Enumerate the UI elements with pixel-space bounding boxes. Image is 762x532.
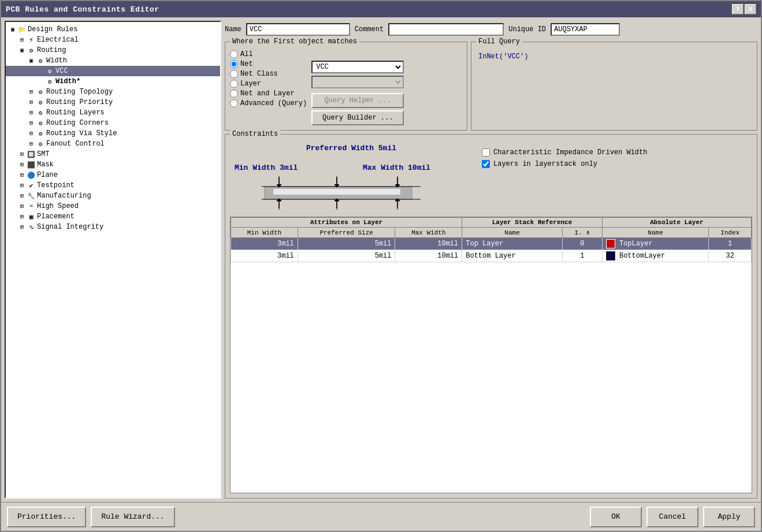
layers-icon: ⚙ [36,108,45,117]
table-row[interactable]: 3mil 5mil 10mil Top Layer 0 TopLayer 1 [231,238,752,250]
expander-icon: ⊞ [17,212,27,221]
tree-label: Routing Corners [46,119,109,127]
constraints-group: Constraints Preferred Width 5mil Min Wid… [225,134,757,498]
col-minwidth: Min Width [231,228,298,238]
expander-icon: ⊞ [17,191,27,200]
cell-minwidth: 3mil [231,238,298,250]
ok-button[interactable]: OK [590,507,642,527]
expander-icon: ⊞ [17,170,27,180]
tree-item-placement[interactable]: ⊞ ▦ Placement [6,211,220,222]
min-width-label: Min Width 3mil [235,163,298,172]
uniqueid-input[interactable] [551,23,620,36]
tree-item-width[interactable]: ▣ ⚙ Width [6,55,220,66]
testpoint-icon: ✔ [27,181,36,190]
expander-icon: ⊞ [27,98,36,107]
expander-icon: ⊞ [17,150,27,159]
tree-item-routing-layers[interactable]: ⊞ ⚙ Routing Layers [6,107,220,118]
query-helper-button[interactable]: Query Helper ... [311,93,404,108]
diagram-container: Preferred Width 5mil Min Width 3mil Max … [230,143,473,212]
tree-item-width-star[interactable]: ⚙ Width* [6,76,220,87]
expander-icon: ⊞ [17,160,27,169]
tree-item-routing[interactable]: ▣ ⚙ Routing [6,45,220,55]
cell-abs-name: BottomLayer [602,250,709,262]
radio-column: All Net Net Class [230,50,307,109]
fanout-icon: ⚙ [36,139,45,148]
radio-advanced[interactable] [230,99,238,107]
radio-layer[interactable] [230,80,238,88]
cell-abs-index: 1 [709,238,752,250]
tree-panel: ▣ 📁 Design Rules ⊞ ⚡ Electrical ▣ ⚙ Rout… [5,21,221,498]
cell-prefsize: 5mil [298,238,395,250]
title-bar-buttons: ? X [732,4,756,14]
comment-label: Comment [355,25,384,34]
vcc-icon: ⚙ [45,66,54,76]
priorities-button[interactable]: Priorities... [7,507,86,527]
smt-icon: 🔲 [27,150,36,159]
col-prefsize: Preferred Size [298,228,395,238]
folder-icon: 📁 [17,25,27,34]
name-input[interactable] [246,23,350,36]
rule-wizard-button[interactable]: Rule Wizard... [91,507,174,527]
tree-item-electrical[interactable]: ⊞ ⚡ Electrical [6,35,220,45]
tree-item-routing-corners[interactable]: ⊞ ⚙ Routing Corners [6,118,220,128]
netclass-dropdown[interactable] [311,76,404,88]
tree-label: Testpoint [37,181,75,189]
radio-row-advanced: Advanced (Query) [230,99,307,107]
full-query-title: Full Query [476,38,522,46]
placement-icon: ▦ [27,212,36,221]
radio-advanced-label: Advanced (Query) [240,99,307,107]
radio-all-label: All [240,50,253,58]
apply-button[interactable]: Apply [703,507,755,527]
table-row[interactable]: 3mil 5mil 10mil Bottom Layer 1 BottomLay… [231,250,752,262]
tree-item-signal-integrity[interactable]: ⊞ ∿ Signal Integrity [6,222,220,232]
tree-item-routing-topology[interactable]: ⊞ ⚙ Routing Topology [6,87,220,97]
expander-icon: ⊞ [17,202,27,211]
cell-maxwidth: 10mil [395,238,462,250]
tree-item-manufacturing[interactable]: ⊞ 🔧 Manufacturing [6,191,220,201]
tree-label: Design Rules [28,25,77,34]
tree-item-plane[interactable]: ⊞ 🔵 Plane [6,170,220,180]
radio-layer-label: Layer [240,80,261,88]
tree-item-testpoint[interactable]: ⊞ ✔ Testpoint [6,180,220,191]
tree-label: Routing [37,46,66,54]
cancel-button[interactable]: Cancel [646,507,698,527]
full-query-text: InNet('VCC') [476,50,752,96]
radio-all[interactable] [230,50,238,58]
expander-icon: ▣ [27,56,36,65]
tree-item-smt[interactable]: ⊞ 🔲 SMT [6,149,220,159]
radio-row-all: All [230,50,307,58]
tree-label: Manufacturing [37,192,91,200]
max-width-label: Max Width 10mil [363,163,430,172]
tree-label: Routing Topology [46,88,113,96]
tree-item-routing-via-style[interactable]: ⊞ ⚙ Routing Via Style [6,128,220,139]
tree-label: Routing Priority [46,98,113,106]
comment-input[interactable] [388,23,504,36]
help-button[interactable]: ? [732,4,744,14]
tree-item-fanout-control[interactable]: ⊞ ⚙ Fanout Control [6,139,220,149]
layers-checkbox[interactable] [482,160,490,168]
tree-item-mask[interactable]: ⊞ ⬛ Mask [6,159,220,170]
col-group-attributes: Attributes on Layer [231,218,462,228]
tree-item-highspeed[interactable]: ⊞ ≈ High Speed [6,201,220,211]
col-abs-name: Name [602,228,709,238]
tree-item-design-rules[interactable]: ▣ 📁 Design Rules [6,24,220,35]
impedance-checkbox[interactable] [482,148,490,157]
tree-label: Width* [55,77,80,85]
expander-icon: ▣ [17,46,27,55]
radio-netclass[interactable] [230,70,238,78]
uniqueid-label: Unique ID [508,25,546,34]
radio-netandlayer[interactable] [230,90,238,98]
col-stack-name: Name [462,228,563,238]
expander-icon: ⊞ [17,35,27,44]
net-dropdown[interactable]: VCC GND VCC3V3 [311,61,404,73]
bottom-bar-right: OK Cancel Apply [590,507,755,527]
tree-item-vcc[interactable]: ⚙ VCC [6,66,220,76]
query-builder-button[interactable]: Query Builder ... [311,110,404,125]
tree-item-routing-priority[interactable]: ⊞ ⚙ Routing Priority [6,97,220,107]
tree-label: Mask [37,161,54,169]
close-button[interactable]: X [745,4,756,14]
radio-net[interactable] [230,60,238,68]
routing-icon: ⚙ [27,46,36,55]
dropdown-and-buttons: VCC GND VCC3V3 Query Helper ... Query Bu… [311,61,404,125]
via-style-icon: ⚙ [36,129,45,138]
